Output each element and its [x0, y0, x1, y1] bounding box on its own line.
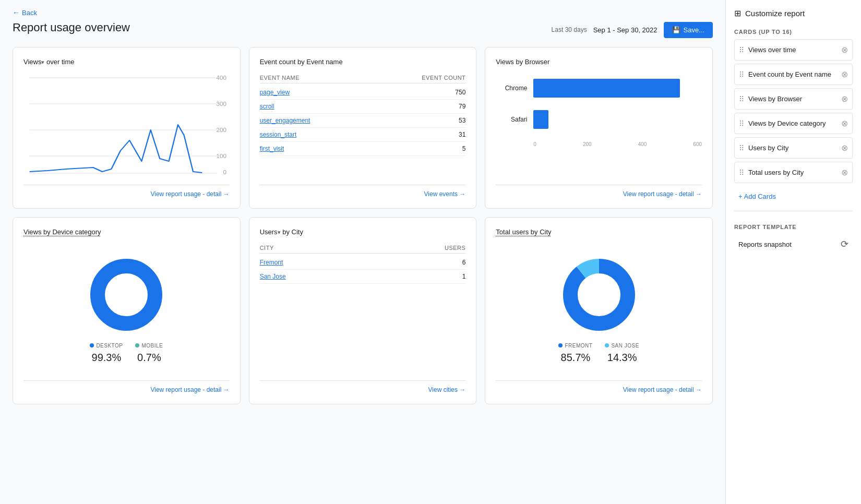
sidebar-item-3[interactable]: ⠿ Views by Device category ⊗ — [734, 113, 853, 134]
city-col-header: CITY — [260, 245, 274, 251]
sidebar-item-label: Views over time — [748, 46, 796, 54]
sidebar-item-left: ⠿ Event count by Event name — [739, 70, 831, 79]
add-cards-button[interactable]: + Add Cards — [734, 188, 853, 205]
chrome-bar-track — [533, 79, 702, 98]
template-icon[interactable]: ⟳ — [841, 238, 848, 250]
svg-text:200: 200 — [216, 127, 226, 133]
sidebar-items-list: ⠿ Views over time ⊗ ⠿ Event count by Eve… — [734, 39, 853, 186]
safari-bar-fill — [533, 110, 548, 129]
mobile-value: 0.7% — [137, 352, 161, 364]
remove-card-icon[interactable]: ⊗ — [841, 69, 848, 79]
event-name-cell[interactable]: page_view — [260, 89, 290, 96]
event-name-col-header: EVENT NAME — [260, 75, 300, 81]
city-table-row: Fremont 6 — [260, 256, 466, 270]
total-users-donut-svg — [557, 253, 641, 337]
total-users-detail-link[interactable]: View report usage - detail → — [496, 386, 702, 393]
users-by-city-title: Users▾ by City — [260, 228, 466, 236]
line-chart-container: 400 300 200 100 0 04 — [23, 73, 230, 178]
device-detail-link[interactable]: View report usage - detail → — [23, 386, 230, 393]
event-table-row: scroll 79 — [260, 100, 466, 114]
page-title: Report usage overview — [13, 21, 130, 34]
city-table-header: CITY USERS — [260, 243, 466, 254]
event-name-cell[interactable]: session_start — [260, 131, 297, 138]
reports-snapshot-row: Reports snapshot ⟳ — [734, 234, 853, 254]
drag-icon: ⠿ — [739, 119, 744, 128]
total-users-legend: FREMONT 85.7% SAN JOSE 14.3% — [558, 343, 639, 364]
views-over-time-card: Views▾ over time 400 300 200 100 0 — [13, 47, 241, 209]
event-name-cell[interactable]: user_engagement — [260, 117, 310, 124]
desktop-label: DESKTOP — [96, 343, 123, 349]
mobile-dot — [135, 343, 139, 347]
sanjose-dot — [605, 343, 609, 347]
event-name-cell[interactable]: first_visit — [260, 145, 284, 152]
svg-text:400: 400 — [216, 75, 226, 81]
sidebar-item-5[interactable]: ⠿ Total users by City ⊗ — [734, 162, 853, 183]
back-link[interactable]: ← Back — [13, 8, 713, 17]
sidebar-divider — [734, 211, 853, 211]
back-label: Back — [22, 9, 37, 17]
svg-text:0: 0 — [223, 170, 226, 175]
sidebar-item-label: Total users by City — [748, 169, 804, 176]
total-users-by-city-title: Total users by City — [496, 228, 702, 236]
save-button[interactable]: 💾 Save... — [664, 22, 713, 38]
city-users-cell: 1 — [462, 273, 466, 280]
remove-card-icon[interactable]: ⊗ — [841, 45, 848, 55]
sidebar-item-0[interactable]: ⠿ Views over time ⊗ — [734, 39, 853, 61]
svg-point-17 — [570, 266, 628, 323]
remove-card-icon[interactable]: ⊗ — [841, 167, 848, 177]
sidebar-item-left: ⠿ Views by Device category — [739, 119, 826, 128]
views-over-time-title: Views▾ over time — [23, 58, 230, 66]
view-cities-link[interactable]: View cities → — [260, 386, 466, 393]
sidebar-item-label: Views by Device category — [748, 119, 826, 127]
sidebar-item-left: ⠿ Views over time — [739, 46, 796, 54]
chrome-bar-fill — [533, 79, 680, 98]
view-events-link[interactable]: View events → — [260, 190, 466, 198]
event-count-card: Event count by Event name EVENT NAME EVE… — [249, 47, 477, 209]
users-by-city-card: Users▾ by City CITY USERS Fremont 6 San … — [249, 217, 477, 404]
safari-bar-row: Safari — [496, 110, 702, 129]
date-label: Last 30 days — [552, 26, 587, 33]
sidebar-item-4[interactable]: ⠿ Users by City ⊗ — [734, 137, 853, 159]
event-count-cell: 53 — [459, 117, 465, 124]
event-count-cell: 31 — [459, 131, 465, 138]
city-name-cell[interactable]: Fremont — [260, 259, 283, 266]
safari-bar-track — [533, 110, 702, 129]
line-chart-svg: 400 300 200 100 0 04 — [23, 73, 230, 177]
views-by-device-card: Views by Device category DESKTOP — [13, 217, 241, 404]
city-table: CITY USERS Fremont 6 San Jose 1 — [260, 243, 466, 284]
city-name-cell[interactable]: San Jose — [260, 273, 286, 280]
reports-snapshot-label: Reports snapshot — [738, 241, 792, 248]
sidebar-item-1[interactable]: ⠿ Event count by Event name ⊗ — [734, 64, 853, 85]
event-count-cell: 750 — [455, 89, 465, 96]
report-template-section: REPORT TEMPLATE Reports snapshot ⟳ — [734, 222, 853, 254]
fremont-value: 85.7% — [561, 352, 591, 364]
event-table-row: session_start 31 — [260, 128, 466, 142]
sidebar-item-left: ⠿ Views by Browser — [739, 95, 802, 103]
svg-text:300: 300 — [216, 101, 226, 107]
total-users-by-city-card: Total users by City FREMONT 8 — [485, 217, 713, 404]
remove-card-icon[interactable]: ⊗ — [841, 118, 848, 128]
safari-label: Safari — [496, 116, 527, 123]
mobile-legend-item: MOBILE 0.7% — [135, 343, 163, 364]
remove-card-icon[interactable]: ⊗ — [841, 94, 848, 104]
sanjose-label: SAN JOSE — [611, 343, 639, 349]
device-donut-svg — [85, 253, 168, 337]
page-header: ← Back Report usage overview Last 30 day… — [13, 8, 713, 39]
customize-sidebar: ⊞ Customize report CARDS (UP TO 16) ⠿ Vi… — [725, 0, 861, 504]
event-count-col-header: EVENT COUNT — [422, 75, 465, 81]
sidebar-item-left: ⠿ Users by City — [739, 144, 788, 152]
svg-text:18: 18 — [138, 176, 145, 177]
city-table-row: San Jose 1 — [260, 270, 466, 284]
event-table-row: user_engagement 53 — [260, 114, 466, 128]
event-table: EVENT NAME EVENT COUNT page_view 750 scr… — [260, 73, 466, 156]
remove-card-icon[interactable]: ⊗ — [841, 143, 848, 153]
browser-detail-link[interactable]: View report usage - detail → — [496, 190, 702, 198]
event-table-row: page_view 750 — [260, 86, 466, 100]
event-name-cell[interactable]: scroll — [260, 103, 274, 110]
sidebar-item-2[interactable]: ⠿ Views by Browser ⊗ — [734, 88, 853, 110]
views-detail-link[interactable]: View report usage - detail → — [23, 190, 230, 198]
bar-axis: 0 200 400 600 — [496, 141, 702, 147]
date-range: Sep 1 - Sep 30, 2022 — [593, 26, 657, 34]
device-legend: DESKTOP 99.3% MOBILE 0.7% — [90, 343, 163, 364]
desktop-dot — [90, 343, 94, 347]
